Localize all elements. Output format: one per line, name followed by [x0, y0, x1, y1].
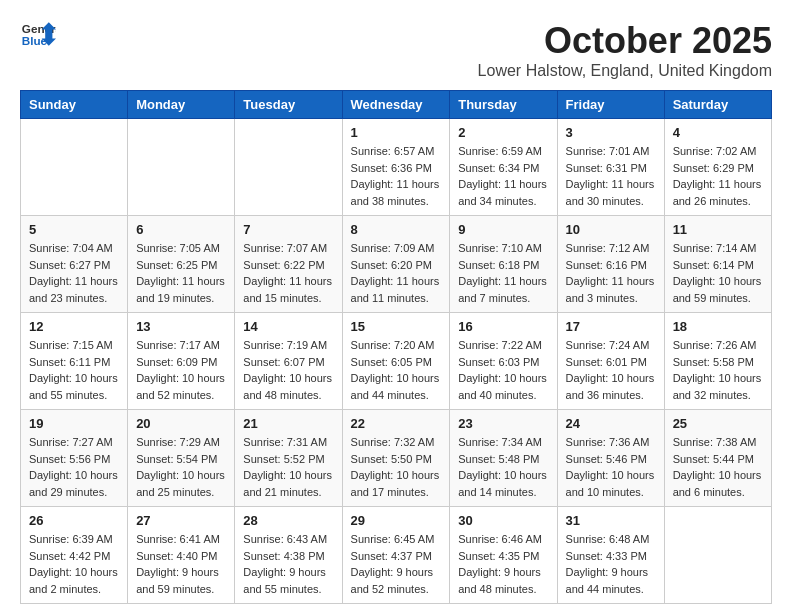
day-info: Sunrise: 7:04 AM Sunset: 6:27 PM Dayligh…: [29, 240, 119, 306]
day-info: Sunrise: 7:24 AM Sunset: 6:01 PM Dayligh…: [566, 337, 656, 403]
day-info: Sunrise: 7:29 AM Sunset: 5:54 PM Dayligh…: [136, 434, 226, 500]
logo-icon: General Blue: [20, 20, 56, 48]
day-number: 7: [243, 222, 333, 237]
calendar-cell: 24Sunrise: 7:36 AM Sunset: 5:46 PM Dayli…: [557, 410, 664, 507]
day-info: Sunrise: 6:57 AM Sunset: 6:36 PM Dayligh…: [351, 143, 442, 209]
calendar-cell: 14Sunrise: 7:19 AM Sunset: 6:07 PM Dayli…: [235, 313, 342, 410]
day-info: Sunrise: 7:38 AM Sunset: 5:44 PM Dayligh…: [673, 434, 763, 500]
day-info: Sunrise: 7:26 AM Sunset: 5:58 PM Dayligh…: [673, 337, 763, 403]
day-number: 27: [136, 513, 226, 528]
calendar-cell: 19Sunrise: 7:27 AM Sunset: 5:56 PM Dayli…: [21, 410, 128, 507]
calendar-cell: 7Sunrise: 7:07 AM Sunset: 6:22 PM Daylig…: [235, 216, 342, 313]
header-thursday: Thursday: [450, 91, 557, 119]
calendar-cell: [21, 119, 128, 216]
day-number: 4: [673, 125, 763, 140]
calendar-cell: 12Sunrise: 7:15 AM Sunset: 6:11 PM Dayli…: [21, 313, 128, 410]
day-number: 9: [458, 222, 548, 237]
day-info: Sunrise: 7:31 AM Sunset: 5:52 PM Dayligh…: [243, 434, 333, 500]
day-number: 24: [566, 416, 656, 431]
day-number: 11: [673, 222, 763, 237]
calendar-cell: [235, 119, 342, 216]
day-number: 5: [29, 222, 119, 237]
calendar-cell: 31Sunrise: 6:48 AM Sunset: 4:33 PM Dayli…: [557, 507, 664, 604]
day-info: Sunrise: 6:39 AM Sunset: 4:42 PM Dayligh…: [29, 531, 119, 597]
header-friday: Friday: [557, 91, 664, 119]
calendar-header-row: SundayMondayTuesdayWednesdayThursdayFrid…: [21, 91, 772, 119]
calendar-cell: 2Sunrise: 6:59 AM Sunset: 6:34 PM Daylig…: [450, 119, 557, 216]
calendar-cell: 15Sunrise: 7:20 AM Sunset: 6:05 PM Dayli…: [342, 313, 450, 410]
calendar-cell: 29Sunrise: 6:45 AM Sunset: 4:37 PM Dayli…: [342, 507, 450, 604]
day-info: Sunrise: 6:48 AM Sunset: 4:33 PM Dayligh…: [566, 531, 656, 597]
day-number: 18: [673, 319, 763, 334]
calendar-cell: 11Sunrise: 7:14 AM Sunset: 6:14 PM Dayli…: [664, 216, 771, 313]
day-number: 30: [458, 513, 548, 528]
logo: General Blue: [20, 20, 56, 48]
day-number: 12: [29, 319, 119, 334]
day-info: Sunrise: 7:17 AM Sunset: 6:09 PM Dayligh…: [136, 337, 226, 403]
day-number: 31: [566, 513, 656, 528]
calendar-cell: 8Sunrise: 7:09 AM Sunset: 6:20 PM Daylig…: [342, 216, 450, 313]
title-section: October 2025 Lower Halstow, England, Uni…: [478, 20, 772, 80]
calendar-table: SundayMondayTuesdayWednesdayThursdayFrid…: [20, 90, 772, 604]
day-number: 3: [566, 125, 656, 140]
page-header: General Blue October 2025 Lower Halstow,…: [20, 20, 772, 80]
calendar-cell: 28Sunrise: 6:43 AM Sunset: 4:38 PM Dayli…: [235, 507, 342, 604]
calendar-cell: 16Sunrise: 7:22 AM Sunset: 6:03 PM Dayli…: [450, 313, 557, 410]
calendar-cell: 3Sunrise: 7:01 AM Sunset: 6:31 PM Daylig…: [557, 119, 664, 216]
day-number: 26: [29, 513, 119, 528]
calendar-cell: [128, 119, 235, 216]
calendar-week-5: 26Sunrise: 6:39 AM Sunset: 4:42 PM Dayli…: [21, 507, 772, 604]
header-wednesday: Wednesday: [342, 91, 450, 119]
day-info: Sunrise: 6:46 AM Sunset: 4:35 PM Dayligh…: [458, 531, 548, 597]
calendar-week-3: 12Sunrise: 7:15 AM Sunset: 6:11 PM Dayli…: [21, 313, 772, 410]
header-monday: Monday: [128, 91, 235, 119]
calendar-cell: 25Sunrise: 7:38 AM Sunset: 5:44 PM Dayli…: [664, 410, 771, 507]
day-number: 20: [136, 416, 226, 431]
calendar-cell: 10Sunrise: 7:12 AM Sunset: 6:16 PM Dayli…: [557, 216, 664, 313]
day-info: Sunrise: 6:43 AM Sunset: 4:38 PM Dayligh…: [243, 531, 333, 597]
day-number: 14: [243, 319, 333, 334]
calendar-cell: 13Sunrise: 7:17 AM Sunset: 6:09 PM Dayli…: [128, 313, 235, 410]
day-number: 2: [458, 125, 548, 140]
calendar-cell: 30Sunrise: 6:46 AM Sunset: 4:35 PM Dayli…: [450, 507, 557, 604]
day-info: Sunrise: 7:34 AM Sunset: 5:48 PM Dayligh…: [458, 434, 548, 500]
day-info: Sunrise: 6:59 AM Sunset: 6:34 PM Dayligh…: [458, 143, 548, 209]
day-number: 6: [136, 222, 226, 237]
calendar-week-1: 1Sunrise: 6:57 AM Sunset: 6:36 PM Daylig…: [21, 119, 772, 216]
day-info: Sunrise: 7:22 AM Sunset: 6:03 PM Dayligh…: [458, 337, 548, 403]
day-info: Sunrise: 7:01 AM Sunset: 6:31 PM Dayligh…: [566, 143, 656, 209]
day-number: 17: [566, 319, 656, 334]
location-title: Lower Halstow, England, United Kingdom: [478, 62, 772, 80]
calendar-cell: 26Sunrise: 6:39 AM Sunset: 4:42 PM Dayli…: [21, 507, 128, 604]
day-info: Sunrise: 7:27 AM Sunset: 5:56 PM Dayligh…: [29, 434, 119, 500]
calendar-cell: 22Sunrise: 7:32 AM Sunset: 5:50 PM Dayli…: [342, 410, 450, 507]
day-number: 29: [351, 513, 442, 528]
calendar-cell: 21Sunrise: 7:31 AM Sunset: 5:52 PM Dayli…: [235, 410, 342, 507]
day-info: Sunrise: 7:20 AM Sunset: 6:05 PM Dayligh…: [351, 337, 442, 403]
day-number: 10: [566, 222, 656, 237]
day-number: 8: [351, 222, 442, 237]
day-number: 28: [243, 513, 333, 528]
calendar-cell: 9Sunrise: 7:10 AM Sunset: 6:18 PM Daylig…: [450, 216, 557, 313]
day-number: 13: [136, 319, 226, 334]
calendar-week-4: 19Sunrise: 7:27 AM Sunset: 5:56 PM Dayli…: [21, 410, 772, 507]
day-number: 23: [458, 416, 548, 431]
calendar-cell: [664, 507, 771, 604]
day-info: Sunrise: 7:14 AM Sunset: 6:14 PM Dayligh…: [673, 240, 763, 306]
day-info: Sunrise: 7:10 AM Sunset: 6:18 PM Dayligh…: [458, 240, 548, 306]
calendar-cell: 6Sunrise: 7:05 AM Sunset: 6:25 PM Daylig…: [128, 216, 235, 313]
day-number: 25: [673, 416, 763, 431]
calendar-cell: 20Sunrise: 7:29 AM Sunset: 5:54 PM Dayli…: [128, 410, 235, 507]
calendar-cell: 18Sunrise: 7:26 AM Sunset: 5:58 PM Dayli…: [664, 313, 771, 410]
calendar-cell: 17Sunrise: 7:24 AM Sunset: 6:01 PM Dayli…: [557, 313, 664, 410]
day-number: 19: [29, 416, 119, 431]
day-info: Sunrise: 6:41 AM Sunset: 4:40 PM Dayligh…: [136, 531, 226, 597]
day-info: Sunrise: 7:02 AM Sunset: 6:29 PM Dayligh…: [673, 143, 763, 209]
month-title: October 2025: [478, 20, 772, 62]
day-number: 22: [351, 416, 442, 431]
calendar-cell: 5Sunrise: 7:04 AM Sunset: 6:27 PM Daylig…: [21, 216, 128, 313]
day-number: 16: [458, 319, 548, 334]
day-info: Sunrise: 7:19 AM Sunset: 6:07 PM Dayligh…: [243, 337, 333, 403]
header-tuesday: Tuesday: [235, 91, 342, 119]
calendar-cell: 1Sunrise: 6:57 AM Sunset: 6:36 PM Daylig…: [342, 119, 450, 216]
